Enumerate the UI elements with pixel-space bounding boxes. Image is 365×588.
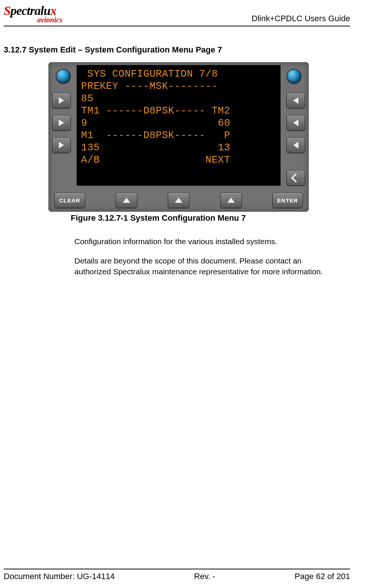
- rsk-3[interactable]: [286, 137, 305, 153]
- arrow-right-icon: [59, 97, 64, 104]
- clear-button[interactable]: CLEAR: [54, 192, 85, 208]
- arrow-up-icon: [123, 198, 130, 203]
- device-panel: SYS CONFIGURATION 7/8PREKEY ----MSK-----…: [48, 62, 309, 212]
- screen-line-5: 9 60: [81, 117, 276, 130]
- right-softkey-column: [283, 65, 305, 186]
- page-footer: Document Number: UG-14114 Rev. - Page 62…: [4, 569, 350, 581]
- section-heading: 3.12.7 System Edit – System Configuratio…: [4, 45, 350, 55]
- body-text: Configuration information for the variou…: [74, 236, 327, 277]
- arrow-left-icon: [293, 97, 298, 104]
- paragraph-2: Details are beyond the scope of this doc…: [74, 256, 327, 277]
- figure-caption: Figure 3.12.7-1 System Configuration Men…: [71, 213, 350, 223]
- page-header: Spectralux avionics Dlink+CPDLC Users Gu…: [4, 4, 350, 26]
- display-screen: SYS CONFIGURATION 7/8PREKEY ----MSK-----…: [77, 65, 281, 186]
- paragraph-1: Configuration information for the variou…: [74, 236, 327, 247]
- screen-line-9: A/B NEXT: [81, 154, 276, 166]
- scroll-up-3[interactable]: [220, 192, 242, 208]
- scroll-up-2[interactable]: [168, 192, 189, 208]
- page-number: Page 62 of 201: [295, 572, 350, 581]
- revision: Rev. -: [194, 572, 215, 581]
- doc-number: Document Number: UG-14114: [4, 572, 115, 581]
- lsk-2[interactable]: [52, 115, 71, 131]
- chevron-left-icon: [291, 173, 300, 182]
- enter-button[interactable]: ENTER: [272, 192, 303, 208]
- screen-line-1: SYS CONFIGURATION 7/8: [81, 68, 276, 80]
- lsk-3[interactable]: [52, 137, 71, 153]
- document-title: Dlink+CPDLC Users Guide: [252, 14, 350, 24]
- logo-letter: S: [4, 4, 10, 17]
- arrow-right-icon: [59, 142, 64, 148]
- bottom-button-row: CLEAR ENTER: [52, 192, 305, 208]
- left-softkey-column: [52, 65, 74, 186]
- lsk-1[interactable]: [52, 93, 71, 108]
- logo: Spectralux avionics: [4, 4, 63, 24]
- arrow-left-icon: [293, 119, 298, 126]
- screen-line-6: M1 ------D8PSK----- P: [81, 130, 276, 142]
- rsk-back[interactable]: [286, 170, 305, 186]
- arrow-up-icon: [227, 198, 235, 203]
- screen-line-3: 85: [81, 93, 276, 105]
- arrow-left-icon: [293, 142, 298, 148]
- rsk-1[interactable]: [286, 93, 305, 108]
- brightness-knob-left[interactable]: [56, 69, 71, 84]
- screen-line-2: PREKEY ----MSK--------: [81, 80, 276, 93]
- arrow-right-icon: [59, 119, 64, 126]
- screen-line-4: TM1 ------D8PSK----- TM2: [81, 105, 276, 117]
- brightness-knob-right[interactable]: [286, 69, 301, 84]
- arrow-up-icon: [175, 198, 182, 203]
- scroll-up-1[interactable]: [116, 192, 137, 208]
- screen-line-7: 135 13: [81, 142, 276, 154]
- rsk-2[interactable]: [286, 115, 305, 131]
